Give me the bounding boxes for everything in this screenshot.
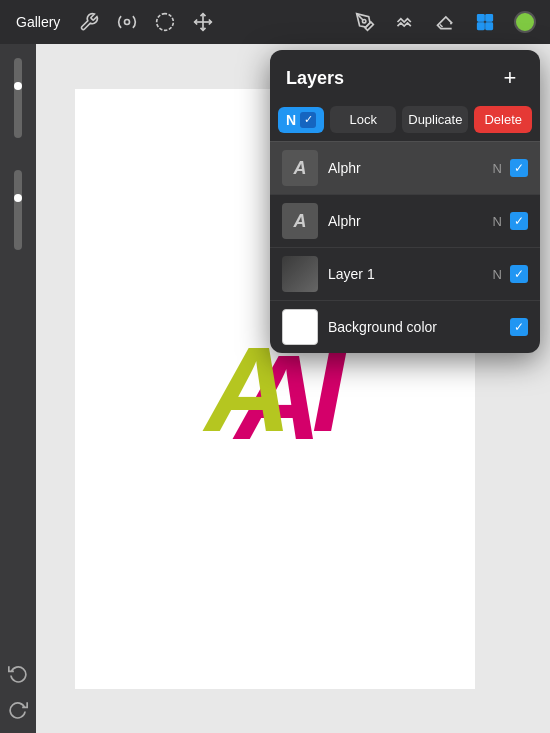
layer-right [510,318,528,336]
layers-add-button[interactable]: + [496,64,524,92]
svg-rect-5 [486,15,493,22]
adjust-icon[interactable] [112,7,142,37]
layer-name: Alphr [328,160,361,176]
svg-point-3 [363,20,366,23]
layer-name: Alphr [328,213,361,229]
layer-right: N [493,265,528,283]
layer-item[interactable]: A Alphr N [270,194,540,247]
layers-panel: Layers + N Lock Duplicate Delete A Alphr… [270,50,540,353]
layer-blend-mode: N [493,267,502,282]
layer-thumb-icon: A [294,211,307,232]
layer-item[interactable]: Layer 1 N [270,247,540,300]
svg-point-0 [125,20,130,25]
layers-header: Layers + [270,50,540,102]
layer-right: N [493,159,528,177]
layer-thumbnail [282,256,318,292]
lock-button[interactable]: Lock [330,106,396,133]
smudge-icon[interactable] [390,7,420,37]
transform-icon[interactable] [188,7,218,37]
layer-thumbnail: A [282,150,318,186]
redo-button[interactable] [4,695,32,723]
n-check [300,112,316,128]
layer-visibility-check[interactable] [510,265,528,283]
gallery-button[interactable]: Gallery [10,10,66,34]
layers-actions: N Lock Duplicate Delete [270,102,540,141]
svg-rect-6 [478,23,485,30]
layer-visibility-check[interactable] [510,159,528,177]
n-label: N [286,112,296,128]
layer-n-button[interactable]: N [278,107,324,133]
layer-thumbnail [282,309,318,345]
brush-size-slider[interactable] [14,58,22,138]
brush-icon[interactable] [350,7,380,37]
layer-info: Alphr [328,159,483,177]
layer-visibility-check[interactable] [510,318,528,336]
undo-button[interactable] [4,659,32,687]
layers-list: A Alphr N A Alphr N [270,141,540,353]
opacity-slider[interactable] [14,170,22,250]
layers-title: Layers [286,68,344,89]
layer-right: N [493,212,528,230]
left-sidebar [0,44,36,733]
delete-button[interactable]: Delete [474,106,532,133]
layer-info: Background color [328,318,500,336]
duplicate-button[interactable]: Duplicate [402,106,468,133]
layer-thumbnail: A [282,203,318,239]
color-icon[interactable] [510,7,540,37]
layers-icon[interactable] [470,7,500,37]
layer-thumb-icon: A [294,158,307,179]
layer-info: Layer 1 [328,265,483,283]
layer-info: Alphr [328,212,483,230]
layer-item[interactable]: Background color [270,300,540,353]
wrench-icon[interactable] [74,7,104,37]
layer-name: Background color [328,319,437,335]
layer-blend-mode: N [493,161,502,176]
layer-item[interactable]: A Alphr N [270,141,540,194]
layer-blend-mode: N [493,214,502,229]
layer-name: Layer 1 [328,266,375,282]
erase-icon[interactable] [430,7,460,37]
toolbar-left: Gallery [10,7,218,37]
selection-icon[interactable] [150,7,180,37]
toolbar: Gallery [0,0,550,44]
toolbar-right [350,7,540,37]
layer-visibility-check[interactable] [510,212,528,230]
svg-rect-4 [478,15,485,22]
svg-rect-7 [486,23,493,30]
